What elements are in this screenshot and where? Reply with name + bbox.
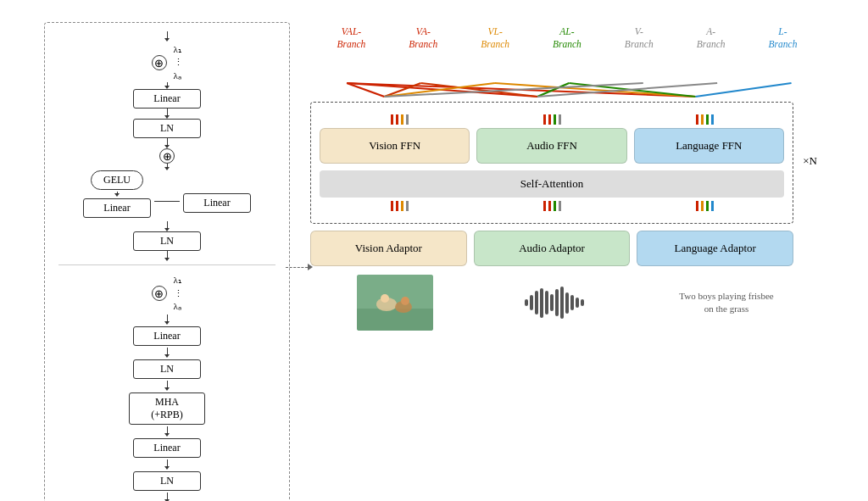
- svg-rect-13: [357, 309, 433, 331]
- branch-val: VAL-Branch: [327, 25, 375, 51]
- branch-l: L-Branch: [759, 25, 806, 51]
- vision-ffn: Vision FFN: [320, 128, 470, 164]
- linear-box-3: Linear: [183, 193, 251, 213]
- svg-line-0: [347, 83, 384, 97]
- language-adaptor: Language Adaptor: [637, 231, 793, 266]
- branch-a: A-Branch: [687, 25, 735, 51]
- circle-plus-2: ⊕: [159, 148, 175, 164]
- svg-line-6: [495, 83, 696, 97]
- media-row: Two boys playing frisbee on the grass: [310, 275, 824, 331]
- linear-box-4: Linear: [133, 326, 201, 346]
- svg-point-16: [381, 294, 389, 303]
- linear-box-1: Linear: [133, 89, 201, 109]
- branch-v: V-Branch: [615, 25, 663, 51]
- svg-line-4: [421, 83, 538, 97]
- media-caption-text: Two boys playing frisbee on the grass: [676, 290, 777, 316]
- svg-line-10: [537, 83, 717, 97]
- svg-line-7: [537, 83, 569, 97]
- mha-box: MHA(+RPB): [129, 392, 205, 425]
- audio-waveform: [516, 286, 593, 320]
- left-panel: ⊕ λ₁ ⋮ λₐ Linear LN ⊕: [44, 22, 290, 501]
- vision-image: [357, 275, 433, 331]
- figure-container: ⊕ λ₁ ⋮ λₐ Linear LN ⊕: [27, 8, 841, 501]
- xN-label: ×N: [803, 154, 817, 168]
- ln-box-4: LN: [133, 471, 201, 491]
- branch-al: AL-Branch: [543, 25, 591, 51]
- branch-va: VA-Branch: [399, 25, 447, 51]
- svg-line-8: [569, 83, 695, 97]
- svg-line-1: [347, 83, 537, 97]
- circle-plus-3: ⊕: [152, 286, 167, 301]
- adaptor-row: Vision Adaptor Audio Adaptor Language Ad…: [310, 231, 793, 266]
- ln-box-3: LN: [133, 359, 201, 379]
- dashed-encoder-box: Vision FFN Audio FFN Language FFN Self-A…: [310, 102, 793, 224]
- branch-vl: VL-Branch: [471, 25, 519, 51]
- vision-adaptor: Vision Adaptor: [310, 231, 467, 266]
- svg-line-3: [384, 83, 420, 97]
- right-panel: VAL-Branch VA-Branch VL-Branch AL-Branch…: [310, 22, 824, 331]
- audio-ffn: Audio FFN: [476, 128, 626, 164]
- svg-line-2: [347, 83, 695, 97]
- circle-plus-top: ⊕: [152, 55, 167, 70]
- ln-box-1: LN: [133, 119, 201, 138]
- language-ffn: Language FFN: [634, 128, 784, 164]
- linear-box-2: Linear: [83, 198, 151, 218]
- linear-box-5: Linear: [133, 438, 201, 458]
- svg-line-5: [384, 83, 495, 97]
- audio-adaptor: Audio Adaptor: [474, 231, 631, 266]
- ln-box-2: LN: [133, 231, 201, 251]
- gelu-box: GELU: [91, 170, 143, 190]
- diagram-area: ⊕ λ₁ ⋮ λₐ Linear LN ⊕: [44, 22, 824, 501]
- self-attention: Self-Attention: [320, 170, 784, 198]
- svg-point-17: [401, 297, 409, 305]
- ffn-row: Vision FFN Audio FFN Language FFN: [320, 128, 784, 164]
- svg-line-9: [384, 83, 643, 97]
- svg-line-11: [696, 83, 792, 97]
